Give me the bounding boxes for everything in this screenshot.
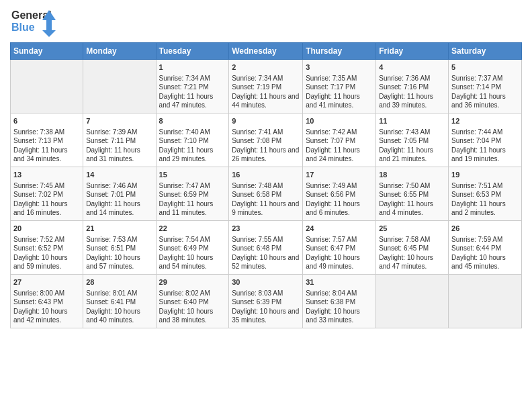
day-number: 30 [232, 277, 300, 287]
day-number: 29 [159, 277, 226, 287]
day-number: 6 [13, 116, 80, 126]
day-number: 26 [451, 224, 519, 234]
day-info: Daylight: 11 hours and 39 minutes. [379, 92, 445, 110]
day-number: 8 [159, 116, 226, 126]
day-info: Sunrise: 7:53 AM [86, 235, 152, 244]
day-info: Sunset: 6:39 PM [232, 298, 300, 307]
calendar-cell: 15Sunrise: 7:47 AMSunset: 6:59 PMDayligh… [156, 167, 229, 221]
calendar-cell: 29Sunrise: 8:02 AMSunset: 6:40 PMDayligh… [156, 275, 229, 328]
day-number: 20 [13, 224, 80, 234]
day-number: 25 [379, 224, 445, 234]
svg-text:Blue: Blue [11, 21, 35, 33]
day-number: 18 [379, 170, 445, 180]
col-header-monday: Monday [83, 43, 156, 60]
day-info: Sunset: 6:40 PM [159, 298, 226, 307]
day-number: 22 [159, 224, 226, 234]
day-info: Sunset: 6:44 PM [451, 244, 519, 253]
day-number: 5 [451, 62, 519, 73]
day-info: Sunset: 7:16 PM [379, 83, 445, 92]
day-info: Sunrise: 8:03 AM [232, 289, 300, 298]
calendar-cell: 17Sunrise: 7:49 AMSunset: 6:56 PMDayligh… [303, 167, 376, 221]
day-info: Daylight: 11 hours and 9 minutes. [232, 199, 300, 218]
calendar-header-row: SundayMondayTuesdayWednesdayThursdayFrid… [11, 43, 522, 60]
day-info: Sunset: 6:45 PM [379, 244, 445, 253]
calendar-cell: 11Sunrise: 7:43 AMSunset: 7:05 PMDayligh… [376, 113, 449, 167]
day-info: Sunset: 6:48 PM [232, 244, 300, 253]
calendar-cell: 25Sunrise: 7:58 AMSunset: 6:45 PMDayligh… [376, 221, 449, 275]
day-info: Daylight: 11 hours and 4 minutes. [379, 199, 445, 218]
calendar-cell: 22Sunrise: 7:54 AMSunset: 6:49 PMDayligh… [156, 221, 229, 275]
day-info: Daylight: 11 hours and 21 minutes. [379, 146, 445, 164]
calendar-cell: 28Sunrise: 8:01 AMSunset: 6:41 PMDayligh… [83, 275, 156, 328]
calendar-cell: 12Sunrise: 7:44 AMSunset: 7:04 PMDayligh… [449, 113, 522, 167]
day-info: Sunrise: 8:00 AM [13, 289, 80, 298]
day-info: Daylight: 11 hours and 44 minutes. [232, 92, 300, 110]
day-info: Daylight: 11 hours and 24 minutes. [306, 146, 373, 164]
calendar-cell [83, 60, 156, 113]
day-number: 11 [379, 116, 445, 126]
day-number: 9 [232, 116, 300, 126]
day-info: Sunset: 6:51 PM [86, 244, 152, 253]
calendar-cell [449, 275, 522, 328]
col-header-friday: Friday [376, 43, 449, 60]
page-container: GeneralBlue SundayMondayTuesdayWednesday… [0, 0, 532, 335]
day-info: Daylight: 10 hours and 38 minutes. [159, 307, 226, 325]
day-number: 12 [451, 116, 519, 126]
day-info: Daylight: 10 hours and 40 minutes. [86, 307, 152, 325]
day-info: Sunset: 7:13 PM [13, 136, 80, 146]
day-number: 2 [232, 62, 300, 73]
day-number: 4 [379, 62, 445, 73]
day-number: 13 [13, 170, 80, 180]
calendar-table: SundayMondayTuesdayWednesdayThursdayFrid… [10, 42, 522, 328]
day-info: Sunset: 7:10 PM [159, 136, 226, 146]
day-number: 3 [306, 62, 373, 73]
calendar-cell: 16Sunrise: 7:48 AMSunset: 6:58 PMDayligh… [229, 167, 303, 221]
day-info: Daylight: 10 hours and 33 minutes. [306, 307, 373, 325]
calendar-cell: 13Sunrise: 7:45 AMSunset: 7:02 PMDayligh… [11, 167, 83, 221]
day-info: Sunset: 6:41 PM [86, 298, 152, 307]
day-number: 28 [86, 277, 152, 287]
day-info: Sunrise: 7:36 AM [379, 74, 445, 83]
week-row-5: 27Sunrise: 8:00 AMSunset: 6:43 PMDayligh… [11, 275, 522, 328]
day-info: Daylight: 10 hours and 42 minutes. [13, 307, 80, 325]
week-row-1: 1Sunrise: 7:34 AMSunset: 7:21 PMDaylight… [11, 60, 522, 113]
day-info: Sunrise: 7:49 AM [306, 181, 373, 191]
day-info: Daylight: 11 hours and 29 minutes. [159, 146, 226, 164]
header: GeneralBlue [10, 7, 522, 37]
calendar-cell: 23Sunrise: 7:55 AMSunset: 6:48 PMDayligh… [229, 221, 303, 275]
day-info: Daylight: 11 hours and 36 minutes. [451, 92, 519, 110]
day-info: Daylight: 11 hours and 6 minutes. [306, 199, 373, 218]
logo: GeneralBlue [10, 7, 57, 37]
calendar-cell [11, 60, 83, 113]
day-info: Sunset: 6:43 PM [13, 298, 80, 307]
day-info: Daylight: 10 hours and 49 minutes. [306, 253, 373, 271]
calendar-cell: 10Sunrise: 7:42 AMSunset: 7:07 PMDayligh… [303, 113, 376, 167]
day-number: 15 [159, 170, 226, 180]
day-info: Sunset: 7:07 PM [306, 136, 373, 146]
calendar-cell: 3Sunrise: 7:35 AMSunset: 7:17 PMDaylight… [303, 60, 376, 113]
day-info: Daylight: 11 hours and 2 minutes. [451, 199, 519, 218]
day-info: Sunrise: 7:40 AM [159, 128, 226, 137]
day-info: Daylight: 11 hours and 16 minutes. [13, 199, 80, 218]
day-info: Sunset: 7:19 PM [232, 83, 300, 92]
day-info: Sunrise: 7:41 AM [232, 128, 300, 137]
day-info: Sunset: 7:14 PM [451, 83, 519, 92]
day-info: Sunrise: 7:42 AM [306, 128, 373, 137]
day-info: Sunset: 6:59 PM [159, 190, 226, 199]
week-row-3: 13Sunrise: 7:45 AMSunset: 7:02 PMDayligh… [11, 167, 522, 221]
day-info: Sunset: 7:05 PM [379, 136, 445, 146]
logo-svg: GeneralBlue [10, 7, 57, 37]
calendar-cell [376, 275, 449, 328]
day-info: Sunset: 6:47 PM [306, 244, 373, 253]
day-info: Sunset: 7:02 PM [13, 190, 80, 199]
day-info: Daylight: 11 hours and 26 minutes. [232, 146, 300, 164]
day-info: Sunrise: 7:59 AM [451, 235, 519, 244]
calendar-cell: 1Sunrise: 7:34 AMSunset: 7:21 PMDaylight… [156, 60, 229, 113]
day-info: Daylight: 10 hours and 54 minutes. [159, 253, 226, 271]
day-info: Sunset: 7:04 PM [451, 136, 519, 146]
day-info: Daylight: 11 hours and 41 minutes. [306, 92, 373, 110]
day-number: 24 [306, 224, 373, 234]
day-number: 27 [13, 277, 80, 287]
day-info: Sunset: 6:49 PM [159, 244, 226, 253]
day-info: Sunrise: 7:57 AM [306, 235, 373, 244]
